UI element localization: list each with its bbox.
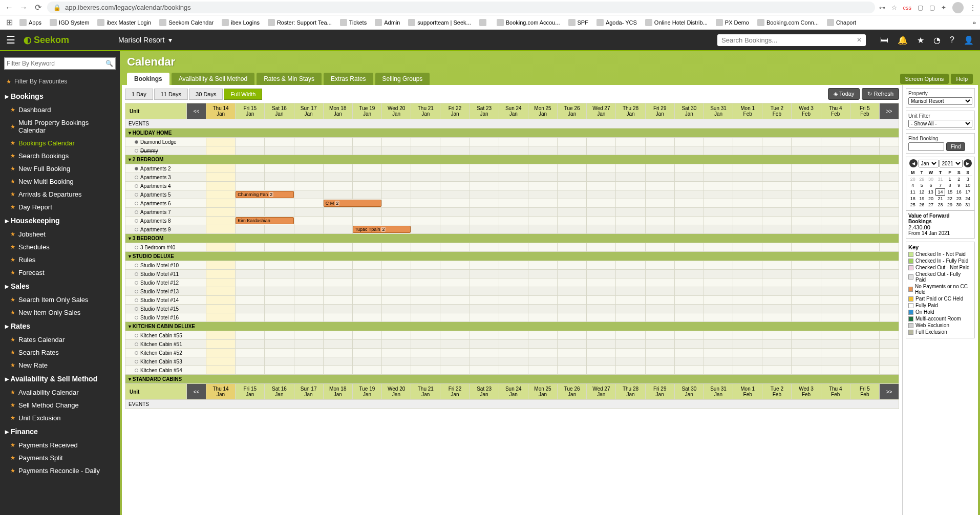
calendar-cell[interactable] xyxy=(821,331,850,340)
find-input[interactable] xyxy=(908,142,944,151)
calendar-cell[interactable] xyxy=(587,190,616,199)
calendar-cell[interactable] xyxy=(294,173,323,182)
calendar-cell[interactable] xyxy=(440,357,470,366)
calendar-cell[interactable] xyxy=(236,278,265,287)
calendar-cell[interactable] xyxy=(733,243,762,252)
calendar-cell[interactable] xyxy=(645,243,674,252)
mini-date[interactable]: 16 xyxy=(954,189,963,196)
calendar-cell[interactable] xyxy=(616,217,645,225)
calendar-cell[interactable] xyxy=(558,190,587,199)
calendar-cell[interactable] xyxy=(792,217,821,225)
calendar-cell[interactable] xyxy=(645,340,674,349)
calendar-cell[interactable] xyxy=(352,287,381,296)
calendar-cell[interactable] xyxy=(352,349,381,357)
calendar-cell[interactable] xyxy=(236,164,265,173)
calendar-cell[interactable] xyxy=(558,357,587,366)
calendar-cell[interactable] xyxy=(616,313,645,322)
ext1-icon[interactable]: ▢ xyxy=(918,4,923,11)
mini-date[interactable]: 26 xyxy=(917,202,926,208)
calendar-cell[interactable] xyxy=(587,278,616,287)
calendar-cell[interactable] xyxy=(762,305,792,313)
clear-icon[interactable]: ✕ xyxy=(857,36,862,44)
mini-date[interactable]: 17 xyxy=(964,189,972,196)
calendar-cell[interactable] xyxy=(792,138,821,146)
bookmark-item[interactable]: Seekom Calendar xyxy=(156,18,217,27)
calendar-cell[interactable] xyxy=(674,278,704,287)
calendar-cell[interactable] xyxy=(587,305,616,313)
booking-block[interactable]: Chunming Fan2 xyxy=(236,191,293,198)
calendar-cell[interactable] xyxy=(762,173,792,182)
calendar-cell[interactable] xyxy=(265,138,294,146)
calendar-cell[interactable] xyxy=(704,138,733,146)
nav-item[interactable]: ★Multi Property Bookings Calendar xyxy=(0,116,120,137)
calendar-cell[interactable] xyxy=(440,366,470,375)
calendar-cell[interactable] xyxy=(645,278,674,287)
calendar-cell[interactable] xyxy=(470,270,499,278)
nav-item[interactable]: ★Bookings Calendar xyxy=(0,137,120,149)
nav-item[interactable]: ★Payments Reconcile - Daily xyxy=(0,464,120,477)
calendar-cell[interactable] xyxy=(294,296,323,305)
calendar-cell[interactable] xyxy=(528,340,557,349)
unit-name[interactable]: Studio Motel #16 xyxy=(125,313,206,322)
nav-item[interactable]: ★Payments Split xyxy=(0,452,120,464)
booking-block[interactable]: C M2 xyxy=(324,200,381,207)
calendar-cell[interactable] xyxy=(352,366,381,375)
nav-section[interactable]: ▸ Bookings xyxy=(0,89,120,103)
nav-item[interactable]: ★New Full Booking xyxy=(0,162,120,175)
calendar-cell[interactable] xyxy=(528,331,557,340)
calendar-cell[interactable] xyxy=(206,287,236,296)
calendar-cell[interactable] xyxy=(294,225,323,234)
calendar-cell[interactable] xyxy=(470,313,499,322)
property-dropdown[interactable]: Marisol Resort ▾ xyxy=(118,36,172,44)
calendar-cell[interactable] xyxy=(411,349,440,357)
calendar-cell[interactable] xyxy=(528,146,557,155)
calendar-cell[interactable] xyxy=(733,182,762,190)
calendar-cell[interactable] xyxy=(411,146,440,155)
calendar-cell[interactable] xyxy=(792,349,821,357)
category-row[interactable]: ▾ HOLIDAY HOME xyxy=(125,128,899,138)
calendar-cell[interactable] xyxy=(323,357,352,366)
calendar-cell[interactable] xyxy=(792,243,821,252)
calendar-cell[interactable] xyxy=(645,270,674,278)
calendar-cell[interactable] xyxy=(440,278,470,287)
calendar-cell[interactable] xyxy=(411,340,440,349)
calendar-cell[interactable] xyxy=(762,278,792,287)
bookmark-item[interactable]: PX Demo xyxy=(713,18,752,27)
calendar-cell[interactable] xyxy=(850,349,879,357)
unit-name[interactable]: Kitchen Cabin #53 xyxy=(125,357,206,366)
calendar-cell[interactable] xyxy=(704,164,733,173)
calendar-cell[interactable] xyxy=(528,357,557,366)
calendar-cell[interactable] xyxy=(850,305,879,313)
calendar-cell[interactable] xyxy=(558,331,587,340)
calendar-cell[interactable] xyxy=(294,164,323,173)
calendar-cell[interactable] xyxy=(411,287,440,296)
calendar-cell[interactable] xyxy=(674,173,704,182)
ext2-icon[interactable]: ▢ xyxy=(929,4,935,11)
bookmark-item[interactable]: ibex Master Login xyxy=(94,18,154,27)
date-header[interactable]: Thu 4Feb xyxy=(821,103,850,119)
date-header[interactable]: Thu 14Jan xyxy=(206,384,236,400)
calendar-cell[interactable] xyxy=(792,225,821,234)
calendar-cell[interactable] xyxy=(470,278,499,287)
calendar-cell[interactable] xyxy=(821,261,850,270)
calendar-cell[interactable] xyxy=(528,305,557,313)
calendar-cell[interactable] xyxy=(733,331,762,340)
mini-date[interactable]: 25 xyxy=(908,202,917,208)
unit-name[interactable]: Apartments 5 xyxy=(125,190,206,199)
date-header[interactable]: Wed 27Jan xyxy=(587,103,616,119)
tab[interactable]: Availability & Sell Method xyxy=(172,73,255,85)
date-header[interactable]: Wed 20Jan xyxy=(382,384,411,400)
calendar-cell[interactable] xyxy=(499,340,528,349)
nav-section[interactable]: ▸ Rates xyxy=(0,319,120,333)
mini-date[interactable]: 11 xyxy=(908,189,917,196)
calendar-cell[interactable] xyxy=(821,305,850,313)
date-header[interactable]: Sun 17Jan xyxy=(294,103,323,119)
apps-icon[interactable]: ⊞ xyxy=(4,17,14,28)
calendar-cell[interactable] xyxy=(440,199,470,208)
calendar-cell[interactable] xyxy=(762,270,792,278)
unit-name[interactable]: Apartments 4 xyxy=(125,182,206,190)
calendar-cell[interactable] xyxy=(616,208,645,217)
calendar-cell[interactable] xyxy=(265,146,294,155)
calendar-cell[interactable] xyxy=(499,313,528,322)
nav-section[interactable]: ▸ Finance xyxy=(0,424,120,439)
